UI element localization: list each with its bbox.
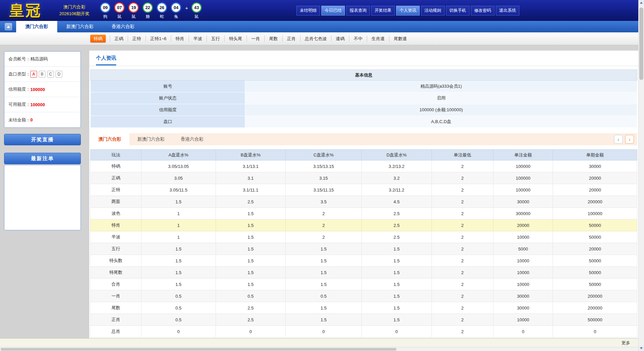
odds-cell: 1.5 [141, 267, 216, 279]
odds-cell: 3.05/11.5 [141, 184, 216, 196]
panel-type-buttons: ABCD [30, 71, 64, 78]
subnav-item[interactable]: 特头尾 [224, 35, 247, 42]
subnav-item[interactable]: 半波 [189, 35, 206, 42]
odds-cell: 半波 [91, 231, 141, 243]
odds-cell: 2.5 [361, 231, 431, 243]
odds-cell: 2 [286, 231, 362, 243]
odds-cell: 2 [431, 267, 493, 279]
subnav-item[interactable]: 一肖 [247, 35, 264, 42]
odds-column-header: D盘退水% [361, 150, 431, 160]
top-menu-item[interactable]: 今日已结 [321, 6, 345, 16]
subnav-item[interactable]: 尾數連 [389, 35, 411, 42]
sidebar: 会员帐号： 精品源码 盘口类型： ABCD 信用额度： 100000 可用额度：… [4, 51, 81, 230]
more-link[interactable]: 更多 [621, 340, 630, 346]
panel-type-button[interactable]: A [30, 71, 37, 78]
scroll-up-button[interactable] [639, 0, 644, 5]
odds-cell: 10000 [493, 314, 553, 326]
basic-info-title: 基本信息 [91, 70, 637, 81]
subnav-item[interactable]: 尾数 [264, 35, 282, 42]
odds-cell: 总肖 [91, 326, 141, 338]
ball-zodiac: 雞 [142, 14, 154, 20]
vertical-scrollbar-thumb[interactable] [639, 7, 643, 80]
odds-cell: 2 [431, 279, 493, 290]
odds-cell: 30000 [493, 290, 553, 302]
odds-cell: 2.5 [361, 220, 431, 231]
subnav-item[interactable]: 連碼 [331, 35, 349, 42]
odds-cell: 100000 [493, 160, 553, 172]
odds-cell: 波色 [91, 208, 141, 220]
odds-cell: 10000 [493, 279, 553, 290]
subnav-item[interactable]: 总肖七色波 [300, 35, 331, 42]
odds-cell: 3.1 [216, 172, 286, 184]
odds-cell: 3.2/13.2 [361, 160, 431, 172]
odds-row: 五行1.51.51.51.52500020000 [91, 243, 637, 255]
subnav-item[interactable]: 特肖 [171, 35, 189, 42]
bottom-bar: 更多 [0, 338, 638, 347]
lottery-tab[interactable]: 香港六合彩 [103, 21, 144, 32]
subnav-item[interactable]: 不中 [349, 35, 367, 42]
unsettled-label: 未结金额： [8, 117, 30, 123]
lottery-tab[interactable]: 新澳门六合彩 [57, 21, 103, 32]
subnav-item[interactable]: 五行 [206, 35, 224, 42]
page-title-bar: 个人资讯 [89, 51, 638, 66]
odds-row: 特尾数1.51.51.51.521000050000 [91, 267, 637, 279]
top-menu-item[interactable]: 活动规则 [421, 6, 445, 16]
subnav-item[interactable]: 生肖連 [367, 35, 389, 42]
basic-info-table: 基本信息 账号精品源码(a333会员1)账户状态启用信用额度100000 (余额… [90, 69, 637, 128]
lottery-ball: 43鼠 [191, 2, 202, 20]
scroll-down-button[interactable] [639, 346, 644, 351]
odds-cell: 0 [553, 326, 637, 338]
subnav-item[interactable]: 特碼 [90, 35, 106, 42]
top-menu-item[interactable]: 退出系统 [496, 6, 519, 16]
lottery-ball: 19鼠 [128, 2, 139, 20]
pager-prev-button[interactable]: ‹ [614, 135, 623, 144]
live-draw-button[interactable]: 开奖直播 [4, 134, 81, 145]
odds-cell: 100000 [493, 172, 553, 184]
main-content: 个人资讯 基本信息 账号精品源码(a333会员1)账户状态启用信用额度10000… [89, 51, 638, 351]
panel-type-button[interactable]: C [47, 71, 54, 78]
odds-cell: 30000 [493, 302, 553, 314]
odds-cell: 100000 [493, 184, 553, 196]
subnav-item[interactable]: 正肖 [282, 35, 300, 42]
site-logo[interactable]: 皇冠 [9, 3, 42, 18]
account-row: 会员帐号： 精品源码 [4, 52, 80, 67]
subnav-item[interactable]: 正碼 [110, 35, 128, 42]
horizontal-scrollbar-thumb[interactable] [1, 348, 396, 351]
subnav-item[interactable]: 正特 [128, 35, 146, 42]
odds-cell: 1.5 [286, 267, 362, 279]
panel-type-button[interactable]: B [39, 71, 45, 78]
top-menu-item[interactable]: 个人资讯 [396, 6, 420, 16]
odds-cell: 10000 [493, 231, 553, 243]
odds-cell: 0 [493, 326, 553, 338]
info-row: 信用额度100000 (余额:100000) [91, 104, 637, 116]
top-menu-item[interactable]: 未结明细 [296, 6, 320, 16]
account-value: 精品源码 [30, 56, 48, 62]
top-menu-item[interactable]: 开奖结果 [371, 6, 395, 16]
top-menu-item[interactable]: 报表查询 [346, 6, 370, 16]
odds-row: 波色11.522.52300000100000 [91, 208, 637, 220]
odds-lottery-tabs-strip: 澳门六合彩新澳门六合彩香港六合彩 ‹ › [90, 133, 637, 145]
lottery-tab-bar: 澳门六合彩新澳门六合彩香港六合彩 [0, 21, 644, 32]
top-menu-item[interactable]: 切换手机 [446, 6, 470, 16]
odds-cell: 1.5 [216, 279, 286, 290]
odds-lottery-tab[interactable]: 新澳门六合彩 [129, 133, 173, 145]
odds-cell: 20000 [553, 243, 637, 255]
panel-type-button[interactable]: D [56, 71, 62, 78]
odds-cell: 20000 [553, 172, 637, 184]
top-header: 皇冠 澳门六合彩 2026106期开奖 09狗07鼠19鼠22雞26蛇04兔+4… [0, 0, 644, 21]
subnav-item[interactable]: 正特1~6 [146, 35, 171, 42]
unsettled-row: 未结金额： 0 [4, 112, 80, 127]
lottery-tab[interactable]: 澳门六合彩 [16, 21, 57, 32]
odds-lottery-tab[interactable]: 香港六合彩 [173, 133, 212, 145]
odds-cell: 4.5 [361, 196, 431, 208]
odds-column-header: 玩法 [91, 150, 141, 160]
ball-zodiac: 鼠 [114, 14, 125, 20]
collapse-button[interactable] [5, 23, 12, 30]
odds-cell: 2 [431, 243, 493, 255]
odds-cell: 正碼 [91, 172, 141, 184]
odds-lottery-tab[interactable]: 澳门六合彩 [90, 133, 129, 145]
info-value: 精品源码(a333会员1) [245, 81, 637, 92]
pager-next-button[interactable]: › [625, 135, 634, 144]
odds-row: 一肖0.50.50.51.5230000200000 [91, 290, 637, 302]
top-menu-item[interactable]: 修改密码 [471, 6, 494, 16]
